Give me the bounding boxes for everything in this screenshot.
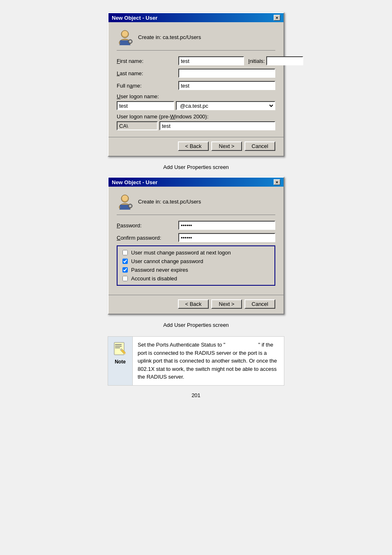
- svg-point-3: [122, 31, 128, 37]
- dialog-footer-1: < Back Next > Cancel: [108, 137, 284, 156]
- next-button-1[interactable]: Next >: [211, 141, 242, 151]
- full-name-label: Full name:: [117, 83, 178, 89]
- note-label: Note: [115, 359, 126, 365]
- cancel-button-2[interactable]: Cancel: [244, 299, 275, 309]
- cancel-button-1[interactable]: Cancel: [244, 141, 275, 151]
- last-name-label: Last name:: [117, 70, 178, 76]
- user-icon-2: [117, 193, 133, 210]
- logon-name-row: @ca.test.pc: [117, 101, 275, 110]
- confirm-password-input[interactable]: [178, 233, 275, 242]
- cb-account-disabled-row: Account is disabled: [122, 275, 270, 282]
- next-button-2[interactable]: Next >: [211, 299, 242, 309]
- pre-windows-domain-text: CA\: [119, 123, 128, 129]
- note-section: Note Set the Ports Authenticate Status t…: [108, 336, 284, 386]
- create-in-text-1: Create in: ca.test.pc/Users: [138, 34, 201, 40]
- pre-windows-row: CA\: [117, 121, 275, 130]
- cb-cannot-change-row: User cannot change password: [122, 258, 270, 264]
- last-name-row: Last name:: [117, 69, 275, 78]
- dialog-new-object-user-1: New Object - User × Create in: ca.test: [108, 12, 284, 157]
- dialog-titlebar-1: New Object - User ×: [108, 13, 284, 22]
- page-number: 201: [191, 392, 201, 398]
- create-in-row-1: Create in: ca.test.pc/Users: [117, 29, 275, 51]
- logon-name-input[interactable]: [117, 101, 174, 110]
- create-in-label-2: Create in:: [138, 199, 161, 205]
- initials-label: Initials:: [248, 58, 265, 64]
- password-options-group: User must change password at next logon …: [117, 245, 275, 286]
- svg-rect-16: [115, 346, 122, 347]
- note-icon: [113, 342, 128, 357]
- cb-cannot-change[interactable]: [122, 259, 128, 264]
- back-button-1[interactable]: < Back: [178, 141, 209, 151]
- dialog-body-2: Create in: ca.test.pc/Users Password: Co…: [108, 187, 284, 295]
- user-logon-section-label: User logon name:: [117, 93, 275, 99]
- confirm-password-label: Confirm password:: [117, 235, 178, 241]
- create-in-text-2: Create in: ca.test.pc/Users: [138, 199, 201, 205]
- user-logon-label: User logon name:: [117, 93, 159, 99]
- back-button-2[interactable]: < Back: [178, 299, 209, 309]
- cb-account-disabled-label[interactable]: Account is disabled: [131, 275, 177, 282]
- cb-must-change-label[interactable]: User must change password at next logon: [131, 250, 231, 256]
- svg-point-6: [129, 41, 131, 43]
- svg-rect-15: [115, 344, 122, 345]
- pre-windows-label: User logon name (pre-Windows 2000):: [117, 113, 208, 120]
- cb-never-expires[interactable]: [122, 267, 128, 273]
- last-name-input[interactable]: [178, 69, 275, 78]
- close-button-1[interactable]: ×: [274, 15, 280, 21]
- svg-rect-17: [115, 347, 120, 348]
- cb-cannot-change-label[interactable]: User cannot change password: [131, 258, 203, 264]
- caption-2: Add User Properties screen: [163, 322, 229, 328]
- password-label: Password:: [117, 222, 178, 229]
- close-button-2[interactable]: ×: [274, 179, 280, 185]
- logon-domain-select[interactable]: @ca.test.pc: [176, 101, 275, 110]
- first-name-label: First name:: [117, 58, 178, 64]
- user-icon-1: [117, 29, 133, 45]
- svg-point-10: [122, 195, 128, 201]
- dialog-titlebar-2: New Object - User ×: [108, 178, 284, 187]
- svg-point-13: [129, 205, 131, 207]
- cb-must-change[interactable]: [122, 250, 128, 255]
- cb-never-expires-label[interactable]: Password never expires: [131, 267, 188, 273]
- create-in-label-1: Create in:: [138, 34, 161, 40]
- pre-windows-domain-box: CA\: [117, 121, 158, 130]
- initials-input[interactable]: [266, 56, 303, 65]
- dialog-footer-2: < Back Next > Cancel: [108, 295, 284, 314]
- first-name-input[interactable]: [178, 56, 244, 65]
- cb-account-disabled[interactable]: [122, 276, 128, 281]
- create-in-row-2: Create in: ca.test.pc/Users: [117, 193, 275, 215]
- note-icon-area: Note: [108, 337, 133, 385]
- dialog-body-1: Create in: ca.test.pc/Users First name: …: [108, 22, 284, 137]
- create-in-path-2: ca.test.pc/Users: [163, 199, 201, 205]
- first-name-row: First name: Initials:: [117, 56, 275, 65]
- full-name-row: Full name:: [117, 81, 275, 90]
- pre-windows-name-input[interactable]: [159, 121, 275, 130]
- password-input[interactable]: [178, 221, 275, 230]
- cb-must-change-row: User must change password at next logon: [122, 250, 270, 256]
- create-in-path-1: ca.test.pc/Users: [163, 34, 201, 40]
- confirm-password-row: Confirm password:: [117, 233, 275, 242]
- dialog-title-2: New Object - User: [112, 179, 157, 185]
- pre-windows-label-row: User logon name (pre-Windows 2000):: [117, 113, 275, 120]
- caption-1: Add User Properties screen: [163, 164, 229, 170]
- full-name-input[interactable]: [178, 81, 275, 90]
- note-intro: Set the Ports Authenticate Status to " "…: [138, 342, 277, 380]
- cb-never-expires-row: Password never expires: [122, 267, 270, 273]
- dialog-new-object-user-2: New Object - User × Create in: ca.test.p…: [108, 177, 284, 314]
- dialog-title-1: New Object - User: [112, 15, 157, 21]
- password-row: Password:: [117, 221, 275, 230]
- note-text: Set the Ports Authenticate Status to " "…: [133, 337, 284, 385]
